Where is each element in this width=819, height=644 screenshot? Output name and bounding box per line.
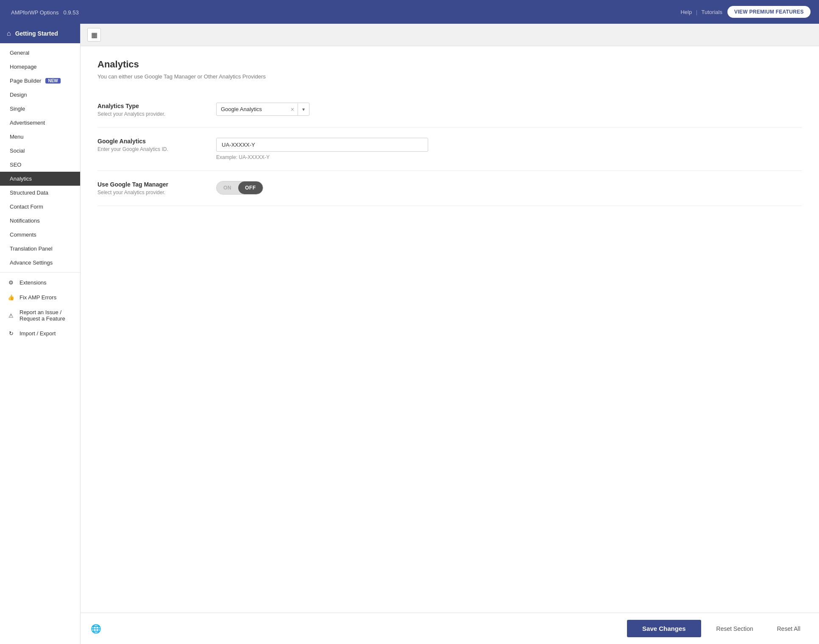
- toolbar: ▦: [81, 24, 819, 46]
- footer-bar: 🌐 Save Changes Reset Section Reset All: [81, 613, 819, 644]
- sidebar-item-page-builder[interactable]: Page Builder NEW: [0, 74, 80, 88]
- sidebar-nav: General Homepage Page Builder NEW Design…: [0, 43, 80, 343]
- sidebar-item-report-issue[interactable]: ⚠ Report an Issue /Request a Feature: [0, 305, 80, 326]
- toggle-on-label[interactable]: ON: [217, 181, 238, 194]
- analytics-type-control: Google Analytics × ▾: [216, 103, 802, 116]
- header-links: Help | Tutorials: [680, 9, 722, 15]
- warning-icon: ⚠: [7, 312, 15, 319]
- tutorials-link[interactable]: Tutorials: [702, 9, 722, 15]
- app-version: 0.9.53: [63, 9, 78, 16]
- header: AMPforWP Options 0.9.53 Help | Tutorials…: [0, 0, 819, 24]
- sidebar-item-general[interactable]: General: [0, 46, 80, 60]
- analytics-type-description: Select your Analytics provider.: [98, 111, 216, 117]
- grid-icon[interactable]: ▦: [87, 28, 101, 42]
- google-tag-manager-label-col: Use Google Tag Manager Select your Analy…: [98, 181, 216, 195]
- google-analytics-input[interactable]: [216, 138, 428, 152]
- sidebar-item-advance-settings[interactable]: Advance Settings: [0, 256, 80, 270]
- analytics-type-select[interactable]: Google Analytics × ▾: [216, 103, 309, 116]
- sidebar-item-getting-started[interactable]: ⌂ Getting Started: [0, 24, 80, 43]
- google-tag-manager-label: Use Google Tag Manager: [98, 181, 216, 188]
- sidebar-item-menu[interactable]: Menu: [0, 130, 80, 144]
- google-tag-manager-description: Select your Analytics provider.: [98, 190, 216, 195]
- main-content: ▦ Analytics You can either use Google Ta…: [81, 24, 819, 644]
- sidebar-item-fix-amp-errors[interactable]: 👍 Fix AMP Errors: [0, 290, 80, 305]
- sidebar-item-structured-data[interactable]: Structured Data: [0, 186, 80, 200]
- layout: ⌂ Getting Started General Homepage Page …: [0, 24, 819, 644]
- app-title: AMPforWP Options: [11, 9, 58, 16]
- toggle-off-label[interactable]: OFF: [238, 181, 263, 194]
- analytics-type-row: Analytics Type Select your Analytics pro…: [98, 92, 802, 128]
- sidebar-item-design[interactable]: Design: [0, 88, 80, 102]
- sidebar-divider: [0, 272, 80, 273]
- premium-button[interactable]: VIEW PREMIUM FEATURES: [727, 6, 811, 18]
- google-tag-manager-toggle[interactable]: ON OFF: [216, 181, 263, 195]
- new-badge: NEW: [45, 78, 60, 84]
- reset-all-button[interactable]: Reset All: [769, 620, 809, 637]
- google-analytics-control: Example: UA-XXXXX-Y: [216, 138, 802, 160]
- sidebar-item-import-export[interactable]: ↻ Import / Export: [0, 326, 80, 341]
- footer-icon: 🌐: [91, 624, 101, 634]
- sidebar-item-seo[interactable]: SEO: [0, 158, 80, 172]
- section-subtitle: You can either use Google Tag Manager or…: [98, 73, 802, 80]
- sidebar-item-homepage[interactable]: Homepage: [0, 60, 80, 74]
- analytics-type-label-col: Analytics Type Select your Analytics pro…: [98, 103, 216, 117]
- sidebar-item-translation-panel[interactable]: Translation Panel: [0, 242, 80, 256]
- thumbsup-icon: 👍: [7, 294, 15, 301]
- google-tag-manager-control: ON OFF: [216, 181, 802, 195]
- sidebar-item-contact-form[interactable]: Contact Form: [0, 200, 80, 214]
- google-analytics-description: Enter your Google Analytics ID.: [98, 146, 216, 152]
- reset-section-button[interactable]: Reset Section: [708, 620, 762, 637]
- help-link[interactable]: Help: [680, 9, 692, 15]
- google-analytics-row: Google Analytics Enter your Google Analy…: [98, 128, 802, 171]
- google-analytics-label-col: Google Analytics Enter your Google Analy…: [98, 138, 216, 152]
- sidebar-item-analytics[interactable]: Analytics: [0, 172, 80, 186]
- refresh-icon: ↻: [7, 330, 15, 337]
- sidebar-item-comments[interactable]: Comments: [0, 228, 80, 242]
- analytics-type-label: Analytics Type: [98, 103, 216, 109]
- sidebar-item-single[interactable]: Single: [0, 102, 80, 116]
- sidebar-item-social[interactable]: Social: [0, 144, 80, 158]
- select-clear-icon[interactable]: ×: [287, 103, 298, 115]
- sidebar-item-notifications[interactable]: Notifications: [0, 214, 80, 228]
- save-button[interactable]: Save Changes: [627, 620, 701, 637]
- sidebar-item-extensions[interactable]: ⚙ Extensions: [0, 275, 80, 290]
- google-analytics-label: Google Analytics: [98, 138, 216, 145]
- select-value: Google Analytics: [217, 103, 287, 115]
- google-tag-manager-row: Use Google Tag Manager Select your Analy…: [98, 171, 802, 206]
- google-analytics-hint: Example: UA-XXXXX-Y: [216, 154, 802, 160]
- header-right: Help | Tutorials VIEW PREMIUM FEATURES: [680, 6, 811, 18]
- getting-started-label: Getting Started: [15, 30, 58, 37]
- sidebar: ⌂ Getting Started General Homepage Page …: [0, 24, 81, 644]
- section-title: Analytics: [98, 59, 802, 70]
- home-icon: ⌂: [7, 30, 11, 37]
- header-title: AMPforWP Options 0.9.53: [8, 8, 79, 17]
- gear-icon: ⚙: [7, 279, 15, 286]
- sidebar-item-advertisement[interactable]: Advertisement: [0, 116, 80, 130]
- chevron-down-icon[interactable]: ▾: [298, 104, 309, 115]
- content-area: Analytics You can either use Google Tag …: [81, 46, 819, 613]
